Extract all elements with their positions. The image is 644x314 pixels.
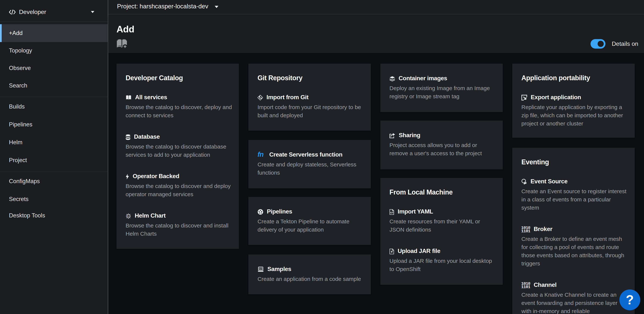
svg-text:HELM: HELM [126,215,131,217]
svg-text:1101: 1101 [522,229,530,233]
svg-text:1101: 1101 [522,285,530,289]
